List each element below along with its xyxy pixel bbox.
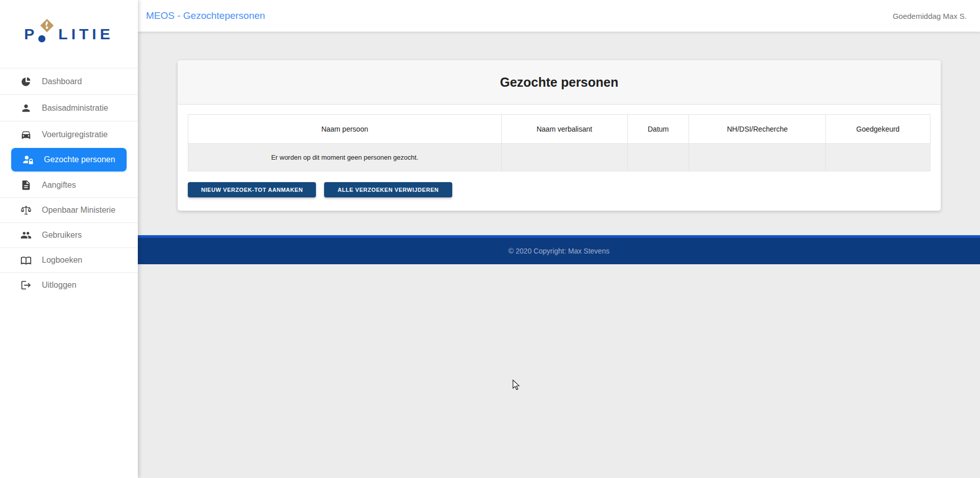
- person-icon: [20, 103, 32, 114]
- card-actions: NIEUW VERZOEK-TOT AANMAKEN ALLE VERZOEKE…: [188, 182, 930, 197]
- delete-all-requests-button[interactable]: ALLE VERZOEKEN VERWIJDEREN: [324, 182, 452, 197]
- card-header: Gezochte personen: [178, 60, 941, 105]
- document-icon: [20, 180, 32, 191]
- empty-cell: [689, 144, 826, 171]
- sidebar: P LITIE: [0, 0, 138, 478]
- empty-cell: [825, 144, 930, 171]
- table-header-row: Naam persoon Naam verbalisant Datum NH/D…: [188, 115, 930, 144]
- open-book-icon: [20, 255, 32, 266]
- column-header-nh-dsi-recherche: NH/DSI/Recherche: [689, 115, 826, 144]
- logout-icon: [20, 280, 32, 291]
- column-header-datum: Datum: [627, 115, 689, 144]
- politie-logo-letters: P LITIE: [24, 26, 113, 43]
- table-empty-row: Er worden op dit moment geen personen ge…: [188, 144, 930, 171]
- empty-cell: [627, 144, 689, 171]
- sidebar-item-aangiftes[interactable]: Aangiftes: [0, 172, 138, 197]
- wanted-persons-card: Gezochte personen Naam persoon Naam verb…: [178, 60, 941, 211]
- sidebar-item-label: Basisadministratie: [42, 104, 108, 113]
- column-header-naam-persoon: Naam persoon: [188, 115, 502, 144]
- sidebar-item-voertuigregistratie[interactable]: Voertuigregistratie: [0, 121, 138, 147]
- sidebar-item-logboeken[interactable]: Logboeken: [0, 247, 138, 272]
- card-body: Naam persoon Naam verbalisant Datum NH/D…: [178, 105, 941, 211]
- footer: © 2020 Copyright: Max Stevens: [138, 235, 980, 264]
- car-icon: [20, 129, 32, 140]
- column-header-naam-verbalisant: Naam verbalisant: [501, 115, 627, 144]
- sidebar-item-label: Openbaar Ministerie: [42, 206, 115, 215]
- copyright-text: © 2020 Copyright: Max Stevens: [508, 247, 609, 255]
- card-title: Gezochte personen: [500, 75, 619, 90]
- sidebar-item-dashboard[interactable]: Dashboard: [0, 68, 138, 94]
- sidebar-item-label: Aangiftes: [42, 181, 76, 190]
- user-greeting: Goedemiddag Max S.: [893, 12, 967, 20]
- page-title: MEOS - Gezochtepersonen: [146, 10, 265, 21]
- app-window: P LITIE: [0, 0, 980, 478]
- sidebar-item-basisadministratie[interactable]: Basisadministratie: [0, 94, 138, 121]
- politie-flame-emblem-icon: [38, 31, 55, 43]
- wanted-persons-table: Naam persoon Naam verbalisant Datum NH/D…: [188, 114, 930, 171]
- sidebar-item-label: Logboeken: [42, 256, 82, 265]
- sidebar-item-openbaar-ministerie[interactable]: Openbaar Ministerie: [0, 197, 138, 222]
- new-request-button[interactable]: NIEUW VERZOEK-TOT AANMAKEN: [188, 182, 316, 197]
- mouse-cursor: [512, 380, 521, 392]
- column-header-goedgekeurd: Goedgekeurd: [825, 115, 930, 144]
- person-lock-icon: [22, 154, 34, 165]
- sidebar-item-gezochte-personen[interactable]: Gezochte personen: [11, 148, 127, 171]
- scales-icon: [20, 205, 32, 216]
- flame-icon: [39, 17, 55, 35]
- sidebar-item-label: Gebruikers: [42, 231, 82, 240]
- logo-text-before: P: [24, 26, 38, 43]
- sidebar-menu: Dashboard Basisadministratie Voertuigreg…: [0, 68, 138, 297]
- sidebar-item-label: Uitloggen: [42, 281, 77, 290]
- empty-message-cell: Er worden op dit moment geen personen ge…: [188, 144, 502, 171]
- sidebar-item-gebruikers[interactable]: Gebruikers: [0, 222, 138, 247]
- group-icon: [20, 230, 32, 241]
- sidebar-item-label: Gezochte personen: [44, 155, 115, 164]
- sidebar-item-label: Dashboard: [42, 77, 82, 86]
- logo-text-after: LITIE: [58, 26, 113, 43]
- top-header-bar: MEOS - Gezochtepersonen Goedemiddag Max …: [138, 0, 980, 32]
- empty-cell: [501, 144, 627, 171]
- sidebar-item-uitloggen[interactable]: Uitloggen: [0, 272, 138, 297]
- politie-logo[interactable]: P LITIE: [0, 0, 138, 68]
- pie-chart-icon: [20, 76, 32, 87]
- logo-o-ring: [38, 35, 45, 42]
- sidebar-item-label: Voertuigregistratie: [42, 130, 108, 139]
